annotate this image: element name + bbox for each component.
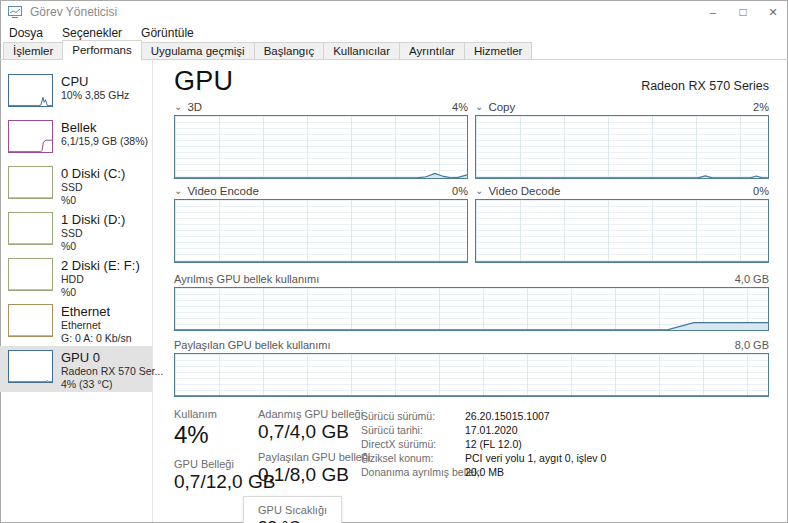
shared-memory-chart-max: 8,0 GB xyxy=(735,339,769,351)
menu-item-secenekler[interactable]: Seçenekler xyxy=(62,26,122,40)
shared-memory-label: Paylaşılan GPU belleği xyxy=(258,451,361,463)
directx-version-value: 12 (FL 12.0) xyxy=(465,438,522,450)
gpu-temperature-box: GPU Sıcaklığı 33 °C xyxy=(243,496,342,523)
cpu-thumbnail xyxy=(8,74,53,107)
detail-row: Sürücü sürümü: 26.20.15015.1007 xyxy=(361,410,769,422)
cpu-stats: 10% 3,85 GHz xyxy=(61,89,129,102)
sidebar-item-gpu0[interactable]: GPU 0 Radeon RX 570 Ser... 4% (33 °C) xyxy=(0,346,152,392)
driver-version-value: 26.20.15015.1007 xyxy=(465,410,550,422)
memory-thumbnail xyxy=(8,120,53,153)
ethernet-stats: G: 0 A: 0 Kb/sn xyxy=(61,332,132,345)
chart-video-decode-graph xyxy=(475,199,769,263)
gpu-label: GPU 0 xyxy=(61,350,163,365)
sidebar-item-disk2[interactable]: 2 Diski (E: F:) HDD %0 xyxy=(0,254,152,300)
chevron-down-icon[interactable]: ⌄ xyxy=(475,102,483,112)
ethernet-thumbnail xyxy=(8,304,53,337)
utilization-value: 4% xyxy=(174,421,258,449)
tab-ayrintilar[interactable]: Ayrıntılar xyxy=(399,42,465,59)
tab-baslangic[interactable]: Başlangıç xyxy=(254,42,325,59)
chevron-down-icon[interactable]: ⌄ xyxy=(174,102,182,112)
performance-sidebar: CPU 10% 3,85 GHz Bellek 6,1/15,9 GB (38%… xyxy=(0,60,153,522)
chart-video-decode-label: Video Decode xyxy=(488,185,560,197)
tab-hizmetler[interactable]: Hizmetler xyxy=(464,42,533,59)
ethernet-name: Ethernet xyxy=(61,319,132,332)
disk2-usage: %0 xyxy=(61,286,140,299)
chart-copy-value: 2% xyxy=(753,101,769,113)
page-title: GPU xyxy=(174,66,233,97)
chart-3d-line xyxy=(175,173,467,177)
chart-shared-memory-graph xyxy=(174,353,769,397)
app-icon xyxy=(8,5,22,19)
disk1-usage: %0 xyxy=(61,240,125,253)
disk2-label: 2 Diski (E: F:) xyxy=(61,258,140,273)
chart-3d-graph xyxy=(174,115,468,179)
tab-islemler[interactable]: İşlemler xyxy=(3,42,63,59)
dedicated-memory-value: 0,7/4,0 GB xyxy=(258,421,361,443)
sidebar-item-cpu[interactable]: CPU 10% 3,85 GHz xyxy=(0,70,152,116)
tab-kullanicilar[interactable]: Kullanıcılar xyxy=(323,42,400,59)
gpu-sparkline xyxy=(9,381,52,382)
menu-item-dosya[interactable]: Dosya xyxy=(9,26,43,40)
sidebar-item-disk0[interactable]: 0 Diski (C:) SSD %0 xyxy=(0,162,152,208)
dedicated-memory-label: Adanmış GPU belleği xyxy=(258,408,361,420)
chart-copy-line xyxy=(476,176,768,178)
maximize-icon[interactable]: □ xyxy=(728,0,758,24)
detail-row: Sürücü tarihi: 17.01.2020 xyxy=(361,424,769,436)
dedicated-memory-chart-label: Ayrılmış GPU bellek kullanımı xyxy=(174,273,319,285)
cpu-sparkline xyxy=(9,97,52,105)
disk0-label: 0 Diski (C:) xyxy=(61,166,125,181)
memory-sparkline xyxy=(9,140,52,151)
gpu-stats: Kullanım 4% GPU Belleği 0,7/12,0 GB Adan… xyxy=(174,408,769,523)
cpu-label: CPU xyxy=(61,74,129,89)
disk1-type: SSD xyxy=(61,227,125,240)
memory-stats: 6,1/15,9 GB (38%) xyxy=(61,135,148,148)
driver-date-value: 17.01.2020 xyxy=(465,424,518,436)
hardware-reserved-memory-value: 20,0 MB xyxy=(465,466,504,478)
sidebar-item-bellek[interactable]: Bellek 6,1/15,9 GB (38%) xyxy=(0,116,152,162)
dedicated-memory-chart-max: 4,0 GB xyxy=(735,273,769,285)
disk1-thumbnail xyxy=(8,212,53,245)
tab-uygulama-gecmisi[interactable]: Uygulama geçmişi xyxy=(141,42,255,59)
disk0-type: SSD xyxy=(61,181,125,194)
detail-row: Fiziksel konum: PCI veri yolu 1, aygıt 0… xyxy=(361,452,769,464)
title-bar: Görev Yöneticisi – □ ✕ xyxy=(0,0,788,24)
driver-date-label: Sürücü tarihi: xyxy=(361,424,465,436)
performance-content: CPU 10% 3,85 GHz Bellek 6,1/15,9 GB (38%… xyxy=(0,60,788,522)
chart-dedicated-memory-graph xyxy=(174,287,769,331)
disk0-usage: %0 xyxy=(61,194,125,207)
gpu-stats: 4% (33 °C) xyxy=(61,378,163,391)
shared-memory-chart-label: Paylaşılan GPU bellek kullanımı xyxy=(174,339,331,351)
hardware-reserved-memory-label: Donanıma ayrılmış bellek: xyxy=(361,466,465,478)
minimize-icon[interactable]: – xyxy=(698,0,728,24)
chart-copy-label: Copy xyxy=(488,101,515,113)
task-manager-window: Görev Yöneticisi – □ ✕ Dosya Seçenekler … xyxy=(0,0,788,523)
menu-item-goruntule[interactable]: Görüntüle xyxy=(141,26,194,40)
gpu-device-name: Radeon RX 570 Series xyxy=(641,79,769,93)
disk1-label: 1 Diski (D:) xyxy=(61,212,125,227)
gpu-device-short: Radeon RX 570 Ser... xyxy=(61,365,163,378)
chart-video-encode-label: Video Encode xyxy=(187,185,258,197)
sidebar-item-disk1[interactable]: 1 Diski (D:) SSD %0 xyxy=(0,208,152,254)
chart-3d-label: 3D xyxy=(187,101,202,113)
chevron-down-icon[interactable]: ⌄ xyxy=(475,186,483,196)
tab-performans[interactable]: Performans xyxy=(62,40,141,60)
utilization-label: Kullanım xyxy=(174,408,258,420)
chart-video-encode-graph xyxy=(174,199,468,263)
chart-copy-graph xyxy=(475,115,769,179)
gpu-memory-value: 0,7/12,0 GB xyxy=(174,471,258,493)
sidebar-item-ethernet[interactable]: Ethernet Ethernet G: 0 A: 0 Kb/sn xyxy=(0,300,152,346)
detail-row: DirectX sürümü: 12 (FL 12.0) xyxy=(361,438,769,450)
physical-location-value: PCI veri yolu 1, aygıt 0, işlev 0 xyxy=(465,452,606,464)
close-icon[interactable]: ✕ xyxy=(758,0,788,24)
chevron-down-icon[interactable]: ⌄ xyxy=(174,186,182,196)
gpu-thumbnail xyxy=(8,350,53,383)
memory-label: Bellek xyxy=(61,120,148,135)
driver-version-label: Sürücü sürümü: xyxy=(361,410,465,422)
window-controls: – □ ✕ xyxy=(698,0,788,24)
shared-memory-value: 0,1/8,0 GB xyxy=(258,464,361,486)
disk2-thumbnail xyxy=(8,258,53,291)
disk0-thumbnail xyxy=(8,166,53,199)
window-title: Görev Yöneticisi xyxy=(30,5,117,19)
gpu-temperature-value: 33 °C xyxy=(258,518,327,523)
gpu-panel: GPU Radeon RX 570 Series ⌄ 3D 4% xyxy=(153,60,788,522)
